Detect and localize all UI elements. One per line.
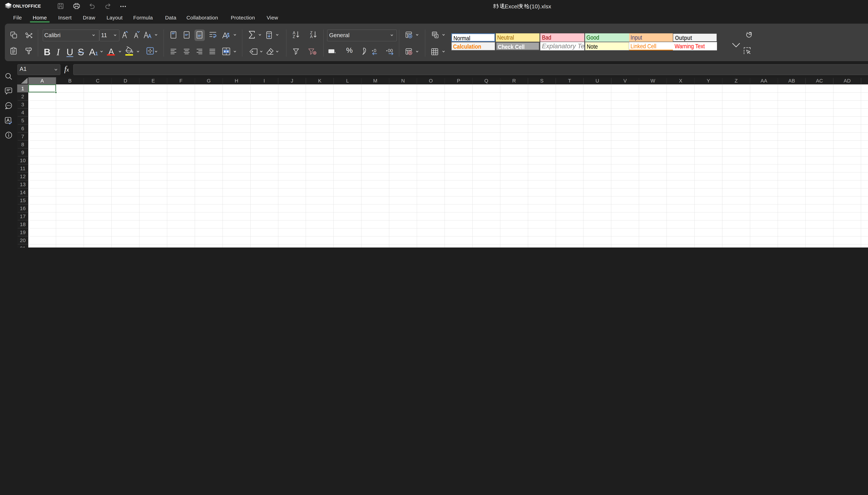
svg-text:S: S [540,78,543,84]
svg-text:3: 3 [21,102,24,107]
svg-text:V: V [623,78,627,84]
svg-text:Z: Z [734,78,738,84]
svg-text:21: 21 [20,245,25,248]
svg-text:16: 16 [20,205,25,211]
svg-text:P: P [457,78,460,84]
svg-text:W: W [651,78,655,84]
svg-text:G: G [207,78,211,84]
svg-text:J: J [291,78,294,84]
svg-text:13: 13 [20,182,25,187]
svg-text:AA: AA [761,78,767,84]
svg-text:K: K [318,78,321,84]
svg-text:L: L [346,78,349,84]
svg-text:C: C [96,78,100,84]
svg-text:1: 1 [21,86,24,91]
svg-text:Q: Q [484,78,488,84]
svg-text:2: 2 [21,93,24,99]
svg-text:B: B [68,78,72,84]
svg-text:4: 4 [21,109,24,115]
svg-text:M: M [373,78,377,84]
svg-text:A: A [40,78,44,84]
svg-text:7: 7 [21,134,24,139]
svg-text:AC: AC [816,78,823,84]
svg-text:18: 18 [20,221,25,227]
svg-text:AD: AD [844,78,851,84]
svg-text:N: N [401,78,405,84]
svg-text:X: X [679,78,682,84]
svg-text:I: I [264,78,265,84]
svg-text:19: 19 [20,229,25,235]
svg-text:5: 5 [21,118,24,123]
svg-text:20: 20 [20,237,25,243]
svg-text:14: 14 [20,189,25,195]
svg-text:H: H [235,78,238,84]
svg-text:F: F [179,78,182,84]
svg-text:6: 6 [21,125,24,131]
svg-text:T: T [568,78,571,84]
svg-text:10: 10 [20,157,25,163]
svg-text:9: 9 [21,150,24,155]
svg-text:E: E [152,78,155,84]
svg-text:R: R [512,78,516,84]
svg-text:U: U [596,78,599,84]
svg-text:O: O [429,78,433,84]
svg-text:17: 17 [20,214,25,219]
svg-text:12: 12 [20,173,25,179]
svg-text:AB: AB [788,78,795,84]
svg-text:8: 8 [21,141,24,147]
svg-text:D: D [124,78,127,84]
svg-text:11: 11 [20,166,25,171]
svg-text:Y: Y [707,78,710,84]
svg-text:15: 15 [20,198,25,203]
